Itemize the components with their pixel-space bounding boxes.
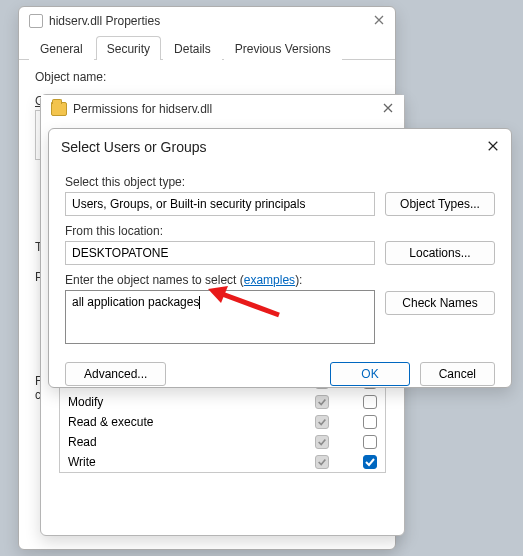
folder-icon [51, 102, 67, 116]
tab-details[interactable]: Details [163, 36, 222, 60]
object-types-button[interactable]: Object Types... [385, 192, 495, 216]
cancel-button[interactable]: Cancel [420, 362, 495, 386]
close-icon[interactable] [487, 139, 499, 155]
perm-name: Read & execute [68, 415, 281, 429]
titlebar: Permissions for hidserv.dll [41, 95, 404, 123]
location-field: DESKTOPATONE [65, 241, 375, 265]
titlebar: Select Users or Groups [49, 129, 511, 165]
object-type-field: Users, Groups, or Built-in security prin… [65, 192, 375, 216]
tab-previous-versions[interactable]: Previous Versions [224, 36, 342, 60]
check-names-button[interactable]: Check Names [385, 291, 495, 315]
location-label: From this location: [65, 224, 375, 238]
allow-checkbox[interactable] [315, 415, 329, 429]
ok-button[interactable]: OK [330, 362, 409, 386]
allow-checkbox[interactable] [315, 435, 329, 449]
text-caret [199, 296, 200, 309]
object-names-input[interactable]: all application packages [65, 290, 375, 344]
table-row: Read [60, 432, 385, 452]
advanced-button[interactable]: Advanced... [65, 362, 166, 386]
enter-post: ): [295, 273, 302, 287]
location-value: DESKTOPATONE [72, 246, 168, 260]
entered-value-text: all application packages [72, 295, 199, 309]
perm-name: Write [68, 455, 281, 469]
deny-checkbox[interactable] [363, 435, 377, 449]
close-icon[interactable] [373, 13, 385, 29]
enter-names-label: Enter the object names to select (exampl… [65, 273, 375, 287]
tab-general[interactable]: General [29, 36, 94, 60]
enter-pre: Enter the object names to select ( [65, 273, 244, 287]
locations-button[interactable]: Locations... [385, 241, 495, 265]
allow-checkbox[interactable] [315, 455, 329, 469]
window-title: Permissions for hidserv.dll [73, 102, 212, 116]
window-title: Select Users or Groups [61, 139, 207, 155]
deny-checkbox[interactable] [363, 415, 377, 429]
object-type-label: Select this object type: [65, 175, 375, 189]
app-icon [29, 14, 43, 28]
select-users-window: Select Users or Groups Select this objec… [48, 128, 512, 388]
object-type-value: Users, Groups, or Built-in security prin… [72, 197, 305, 211]
perm-name: Read [68, 435, 281, 449]
close-icon[interactable] [382, 101, 394, 117]
tab-security[interactable]: Security [96, 36, 161, 60]
titlebar: hidserv.dll Properties [19, 7, 395, 35]
examples-link[interactable]: examples [244, 273, 295, 287]
deny-checkbox[interactable] [363, 455, 377, 469]
window-title: hidserv.dll Properties [49, 14, 160, 28]
table-row: Read & execute [60, 412, 385, 432]
tabs: General Security Details Previous Versio… [19, 35, 395, 60]
dialog-footer: Advanced... OK Cancel [49, 356, 511, 398]
table-row: Write [60, 452, 385, 472]
object-name-label: Object name: [35, 70, 106, 84]
